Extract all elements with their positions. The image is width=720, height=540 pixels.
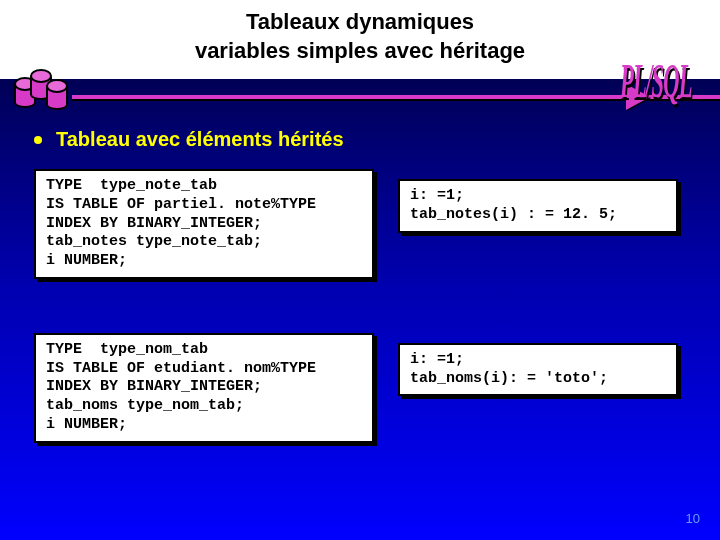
code-block-type-nom: TYPE type_nom_tab IS TABLE OF etudiant. … xyxy=(34,333,374,443)
code-block-type-note: TYPE type_note_tab IS TABLE OF partiel. … xyxy=(34,169,374,279)
title-line-1: Tableaux dynamiques xyxy=(246,9,474,34)
code-block-note-assign: i: =1; tab_notes(i) : = 12. 5; xyxy=(398,179,678,233)
title-line-2: variables simples avec héritage xyxy=(195,38,525,63)
code-grid: TYPE type_note_tab IS TABLE OF partiel. … xyxy=(34,169,686,443)
code-block-nom-assign: i: =1; tab_noms(i): = 'toto'; xyxy=(398,343,678,397)
content-area: Tableau avec éléments hérités TYPE type_… xyxy=(0,128,720,443)
bullet-text: Tableau avec éléments hérités xyxy=(56,128,344,151)
bullet-item: Tableau avec éléments hérités xyxy=(34,128,686,151)
page-number: 10 xyxy=(686,511,700,526)
slide-title: Tableaux dynamiques variables simples av… xyxy=(20,8,700,65)
title-area: Tableaux dynamiques variables simples av… xyxy=(0,0,720,79)
divider-band: PL/SQL xyxy=(0,86,720,108)
bullet-icon xyxy=(34,136,42,144)
brand-label: PL/SQL xyxy=(620,54,692,108)
